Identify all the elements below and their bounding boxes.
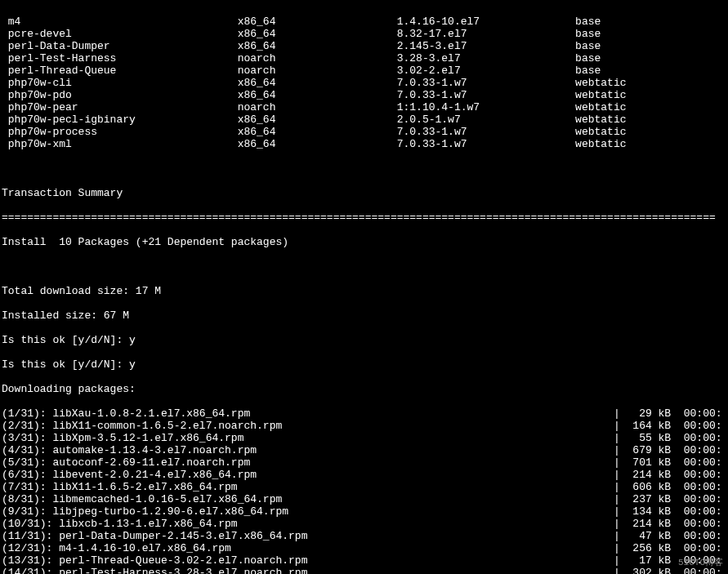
package-row: php70w-pecl-igbinary x86_64 2.0.5-1.w7 w… (2, 113, 728, 126)
package-row: m4 x86_64 1.4.16-10.el7 base (2, 16, 728, 28)
package-row: php70w-xml x86_64 7.0.33-1.w7 webtatic (2, 138, 728, 150)
package-row: perl-Thread-Queue noarch 3.02-2.el7 base (2, 65, 728, 77)
download-row: (13/31): perl-Thread-Queue-3.02-2.el7.no… (2, 554, 728, 567)
download-row: (9/31): libjpeg-turbo-1.2.90-6.el7.x86_6… (2, 505, 728, 518)
install-line: Install 10 Packages (+21 Dependent packa… (2, 236, 728, 248)
package-row: perl-Data-Dumper x86_64 2.145-3.el7 base (2, 40, 728, 52)
download-row: (1/31): libXau-1.0.8-2.1.el7.x86_64.rpm … (2, 407, 728, 420)
blank-line (2, 162, 728, 175)
download-row: (3/31): libXpm-3.5.12-1.el7.x86_64.rpm |… (2, 432, 728, 444)
download-row: (5/31): autoconf-2.69-11.el7.noarch.rpm … (2, 456, 728, 469)
confirm-prompt-2[interactable]: Is this ok [y/d/N]: y (2, 358, 728, 371)
watermark-text: 51CTO博客 (678, 557, 723, 569)
download-row: (11/31): perl-Data-Dumper-2.145-3.el7.x8… (2, 530, 728, 542)
download-row: (6/31): libevent-2.0.21-4.el7.x86_64.rpm… (2, 469, 728, 481)
package-row: php70w-cli x86_64 7.0.33-1.w7 webtatic (2, 77, 728, 89)
terminal-output: m4 x86_64 1.4.16-10.el7 base pcre-devel … (0, 0, 728, 574)
download-row: (4/31): automake-1.13.4-3.el7.noarch.rpm… (2, 444, 728, 456)
transaction-summary-header: Transaction Summary (2, 187, 728, 199)
total-download-size: Total download size: 17 M (2, 285, 728, 297)
download-row: (10/31): libxcb-1.13-1.el7.x86_64.rpm | … (2, 518, 728, 530)
downloading-header: Downloading packages: (2, 383, 728, 395)
download-row: (7/31): libX11-1.6.5-2.el7.x86_64.rpm | … (2, 481, 728, 493)
download-row: (8/31): libmemcached-1.0.16-5.el7.x86_64… (2, 493, 728, 505)
download-row: (12/31): m4-1.4.16-10.el7.x86_64.rpm | 2… (2, 542, 728, 554)
package-row: pcre-devel x86_64 8.32-17.el7 base (2, 28, 728, 40)
rule-line: ========================================… (2, 211, 728, 224)
installed-size: Installed size: 67 M (2, 309, 728, 322)
confirm-prompt-1[interactable]: Is this ok [y/d/N]: y (2, 334, 728, 346)
package-row: php70w-pdo x86_64 7.0.33-1.w7 webtatic (2, 89, 728, 101)
package-row: php70w-pear noarch 1:1.10.4-1.w7 webtati… (2, 101, 728, 113)
download-row: (2/31): libX11-common-1.6.5-2.el7.noarch… (2, 420, 728, 432)
package-row: php70w-process x86_64 7.0.33-1.w7 webtat… (2, 126, 728, 138)
package-row: perl-Test-Harness noarch 3.28-3.el7 base (2, 52, 728, 65)
blank-line (2, 260, 728, 273)
download-row: (14/31): perl-Test-Harness-3.28-3.el7.no… (2, 567, 728, 574)
